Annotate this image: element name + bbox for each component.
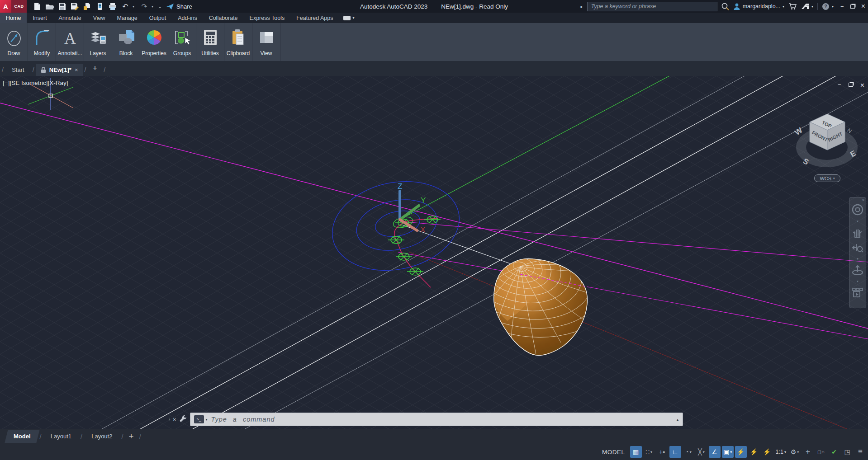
user-account-button[interactable]: margaridaplo... ▾: [733, 3, 784, 10]
isometric-drafting-toggle[interactable]: ╳▾: [696, 446, 707, 458]
open-file-icon[interactable]: [44, 1, 55, 11]
snap-mode-toggle[interactable]: ∷▾: [643, 446, 655, 458]
drawing-canvas[interactable]: Z Y X: [0, 76, 868, 429]
workspace-switching-button[interactable]: ⚙▾: [789, 446, 801, 458]
recent-commands-caret-icon[interactable]: ▾: [206, 418, 208, 422]
annotation-scale-sync-toggle[interactable]: ⚡: [761, 446, 773, 458]
file-tab-close-icon[interactable]: ×: [75, 66, 78, 73]
layout-tab-layout1[interactable]: Layout1: [43, 430, 79, 443]
polar-tracking-toggle[interactable]: ◔▾: [683, 446, 694, 458]
save-icon[interactable]: [57, 1, 67, 11]
search-flyout-icon[interactable]: ▸: [581, 4, 583, 9]
viewport-control-visual-style[interactable]: [X-Ray]: [47, 80, 68, 86]
navbar-caret-icon[interactable]: ▾: [857, 280, 859, 283]
file-tab-divider: /: [104, 66, 105, 73]
ribbon-tab-annotate[interactable]: Annotate: [53, 13, 87, 23]
command-history-toggle-icon[interactable]: ▴: [677, 417, 679, 422]
command-input[interactable]: >_ ▾ Type a command ▴: [190, 413, 683, 426]
navigation-wheel-icon[interactable]: [852, 204, 863, 216]
ribbon-tab-view[interactable]: View: [87, 13, 111, 23]
new-drawing-tab-button[interactable]: +: [88, 63, 102, 76]
panel-layers[interactable]: Layers: [84, 23, 112, 61]
navbar-caret-icon[interactable]: ▾: [857, 257, 859, 261]
dynamic-input-toggle[interactable]: +▪: [656, 446, 668, 458]
grid-display-toggle[interactable]: ▦: [630, 446, 642, 458]
ribbon-tab-collaborate[interactable]: Collaborate: [203, 13, 244, 23]
search-input[interactable]: Type a keyword or phrase: [587, 2, 717, 11]
viewport-close-button[interactable]: ×: [860, 81, 864, 89]
orbit-icon[interactable]: [852, 265, 863, 276]
ribbon-tab-home[interactable]: Home: [0, 13, 27, 23]
search-icon[interactable]: [721, 3, 729, 10]
redo-dropdown-icon[interactable]: ▾: [152, 5, 156, 9]
new-layout-button[interactable]: +: [129, 432, 134, 441]
wcs-dropdown[interactable]: WCS ▾: [814, 174, 840, 182]
command-dock-grip[interactable]: ⋮⋮: [167, 418, 172, 420]
object-snap-toggle[interactable]: ▣▾: [722, 446, 734, 458]
isolate-objects-button[interactable]: ◻○: [815, 446, 827, 458]
showmotion-icon[interactable]: [852, 287, 863, 298]
command-settings-wrench-icon[interactable]: [179, 414, 187, 424]
model-space-label: MODEL: [602, 449, 625, 455]
share-button[interactable]: Share: [166, 3, 192, 10]
command-prompt-icon[interactable]: >_: [194, 415, 204, 423]
ribbon-tab-manage[interactable]: Manage: [111, 13, 143, 23]
customization-plus-button[interactable]: +: [802, 446, 814, 458]
customization-menu-button[interactable]: ≡: [854, 446, 866, 458]
panel-draw[interactable]: Draw: [0, 23, 28, 61]
annotation-visibility-toggle[interactable]: ⚡: [735, 446, 747, 458]
redo-icon[interactable]: ↷: [139, 1, 150, 11]
viewport-restore-button[interactable]: [849, 81, 853, 89]
undo-dropdown-icon[interactable]: ▾: [133, 5, 137, 9]
ribbon-tab-addins[interactable]: Add-ins: [172, 13, 203, 23]
open-from-web-mobile-icon[interactable]: [82, 1, 93, 11]
zoom-icon[interactable]: [852, 242, 863, 253]
layout-tab-layout2[interactable]: Layout2: [84, 430, 119, 443]
autoscale-toggle[interactable]: ⚡: [748, 446, 760, 458]
command-dock-close-icon[interactable]: ×: [173, 416, 176, 423]
object-snap-tracking-toggle[interactable]: ∠: [709, 446, 721, 458]
viewport-control-minus[interactable]: [−]: [3, 80, 9, 86]
panel-annotation[interactable]: A Annotati...: [56, 23, 84, 61]
ribbon-display-toggle[interactable]: ▾: [343, 13, 354, 23]
ribbon-tab-output[interactable]: Output: [143, 13, 172, 23]
help-button[interactable]: ? ▾: [822, 3, 834, 10]
qat-customize-icon[interactable]: ⌄: [158, 4, 162, 9]
ribbon-tab-insert[interactable]: Insert: [27, 13, 52, 23]
file-tab-active-doc[interactable]: NEw[1]* ×: [36, 64, 83, 76]
application-menu-button[interactable]: A CAD: [0, 0, 27, 13]
send-to-mobile-icon[interactable]: [95, 1, 105, 11]
navbar-caret-icon[interactable]: ▾: [857, 220, 859, 223]
layout-tab-model[interactable]: Model: [5, 430, 39, 443]
ortho-mode-toggle[interactable]: ∟: [669, 446, 681, 458]
autodesk-menu-button[interactable]: ▾: [801, 3, 813, 9]
panel-modify[interactable]: Modify: [28, 23, 56, 61]
annotation-scale-button[interactable]: 1:1▾: [774, 446, 787, 458]
save-as-icon[interactable]: [69, 1, 80, 11]
new-file-icon[interactable]: [31, 1, 42, 11]
layout-tab-divider: /: [121, 432, 123, 440]
graphics-performance-button[interactable]: ✔: [828, 446, 840, 458]
panel-groups[interactable]: Groups: [168, 23, 196, 61]
clean-screen-button[interactable]: ◳: [841, 446, 853, 458]
drawing-viewport[interactable]: Z Y X: [0, 76, 868, 429]
undo-icon[interactable]: ↶: [120, 1, 131, 11]
minimize-button[interactable]: −: [840, 3, 844, 10]
viewport-minimize-button[interactable]: −: [838, 81, 841, 89]
panel-clipboard[interactable]: Clipboard: [224, 23, 252, 61]
close-button[interactable]: ×: [861, 2, 865, 10]
cart-icon[interactable]: [788, 3, 797, 10]
pan-hand-icon[interactable]: [852, 227, 863, 238]
layout-tab-divider: /: [139, 432, 141, 440]
navbar-close-icon[interactable]: ×: [862, 198, 864, 202]
file-tab-start[interactable]: Start: [5, 64, 30, 76]
panel-view[interactable]: View: [252, 23, 280, 61]
panel-block[interactable]: Block: [112, 23, 140, 61]
restore-button[interactable]: [850, 3, 855, 10]
panel-utilities[interactable]: Utilities: [196, 23, 224, 61]
print-icon[interactable]: [107, 1, 118, 11]
ribbon-tab-featured-apps[interactable]: Featured Apps: [290, 13, 339, 23]
viewport-control-view[interactable]: [SE Isometric]: [9, 80, 47, 86]
panel-properties[interactable]: Properties: [140, 23, 168, 61]
ribbon-tab-express-tools[interactable]: Express Tools: [244, 13, 291, 23]
